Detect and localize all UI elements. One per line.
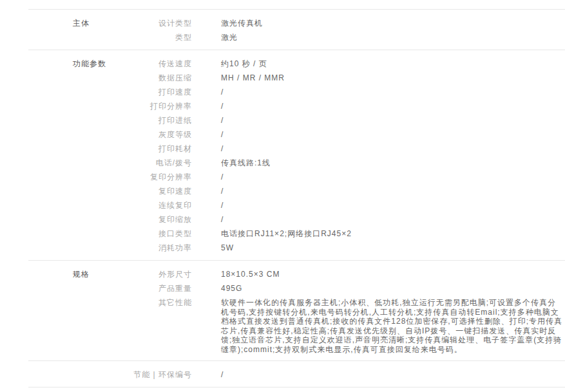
spec-row: 接口类型电话接口RJ11×2;网络接口RJ45×2	[125, 227, 565, 241]
spec-section: 规格外形尺寸18×10.5×3 CM产品重量495G其它性能软硬件一体化的传真服…	[28, 260, 565, 360]
spec-row: 类型激光	[125, 30, 565, 44]
spec-label: 打印耗材	[125, 142, 192, 156]
spec-label: 接口类型	[125, 227, 192, 241]
spec-row: 复印缩放/	[125, 212, 565, 227]
spec-table: 主体设计类型激光传真机类型激光功能参数传送速度约10 秒 / 页数据压缩MH /…	[28, 9, 565, 392]
spec-rows: 传送速度约10 秒 / 页数据压缩MH / MR / MMR打印速度/打印分辨率…	[125, 57, 565, 255]
spec-row: 外形尺寸18×10.5×3 CM	[125, 267, 565, 281]
spec-row: 打印速度/	[125, 85, 565, 99]
spec-row: 产品重量495G	[125, 281, 565, 295]
spec-value: 软硬件一体化的传真服务器主机;小体积、低功耗,独立运行无需另配电脑;可设置多个传…	[221, 295, 563, 355]
spec-row: 节能 | 环保编号/	[125, 368, 565, 382]
spec-row: 设计类型激光传真机	[125, 16, 565, 30]
spec-row: 打印分辨率/	[125, 99, 565, 113]
spec-label: 灰度等级	[125, 127, 192, 142]
spec-label: 其它性能	[125, 295, 192, 355]
spec-label: 打印速度	[125, 85, 192, 99]
spec-row: 连续复印/	[125, 198, 565, 212]
category-label	[28, 368, 125, 382]
spec-label: 消耗功率	[125, 241, 192, 255]
spec-section: 其它其它无纸传真,电脑传真	[28, 387, 565, 392]
spec-row: 数据压缩MH / MR / MMR	[125, 71, 565, 85]
spec-label: 打印进纸	[125, 113, 192, 127]
spec-value: /	[221, 113, 563, 127]
spec-value: /	[221, 198, 563, 212]
spec-value: 18×10.5×3 CM	[221, 267, 563, 281]
spec-value: 5W	[221, 241, 563, 255]
spec-row: 复印分辨率/	[125, 170, 565, 184]
spec-value: /	[221, 85, 563, 99]
spec-label: 传送速度	[125, 57, 192, 71]
category-label: 功能参数	[28, 57, 125, 255]
spec-label: 类型	[125, 30, 192, 44]
category-label: 主体	[28, 16, 125, 44]
spec-value: 电话接口RJ11×2;网络接口RJ45×2	[221, 227, 563, 241]
spec-row: 消耗功率5W	[125, 241, 565, 255]
spec-row: 打印耗材/	[125, 142, 565, 156]
spec-rows: 外形尺寸18×10.5×3 CM产品重量495G其它性能软硬件一体化的传真服务器…	[125, 267, 565, 355]
spec-row: 电话/拨号传真线路:1线	[125, 156, 565, 170]
spec-section: 功能参数传送速度约10 秒 / 页数据压缩MH / MR / MMR打印速度/打…	[28, 50, 565, 260]
spec-value: /	[221, 99, 563, 113]
spec-value: 495G	[221, 281, 563, 295]
spec-value: /	[221, 184, 563, 198]
spec-rows: 节能 | 环保编号/	[125, 368, 565, 382]
spec-row: 灰度等级/	[125, 127, 565, 142]
spec-label: 节能 | 环保编号	[125, 368, 192, 382]
spec-label: 数据压缩	[125, 71, 192, 85]
spec-row: 复印速度/	[125, 184, 565, 198]
spec-row: 打印进纸/	[125, 113, 565, 127]
spec-value: MH / MR / MMR	[221, 71, 563, 85]
spec-value: /	[221, 142, 563, 156]
spec-value: 激光传真机	[221, 16, 563, 30]
spec-label: 外形尺寸	[125, 267, 192, 281]
spec-label: 产品重量	[125, 281, 192, 295]
spec-section: 主体设计类型激光传真机类型激光	[28, 9, 565, 50]
spec-label: 连续复印	[125, 198, 192, 212]
spec-value: /	[221, 127, 563, 142]
spec-label: 设计类型	[125, 16, 192, 30]
spec-row: 传送速度约10 秒 / 页	[125, 57, 565, 71]
spec-value: 约10 秒 / 页	[221, 57, 563, 71]
spec-row: 其它性能软硬件一体化的传真服务器主机;小体积、低功耗,独立运行无需另配电脑;可设…	[125, 295, 565, 355]
category-label: 规格	[28, 267, 125, 355]
spec-rows: 设计类型激光传真机类型激光	[125, 16, 565, 44]
spec-label: 电话/拨号	[125, 156, 192, 170]
spec-value: /	[221, 170, 563, 184]
spec-label: 复印速度	[125, 184, 192, 198]
spec-label: 复印缩放	[125, 212, 192, 227]
spec-label: 复印分辨率	[125, 170, 192, 184]
spec-label: 打印分辨率	[125, 99, 192, 113]
spec-value: 激光	[221, 30, 563, 44]
spec-value: /	[221, 212, 563, 227]
spec-value: 传真线路:1线	[221, 156, 563, 170]
spec-value: /	[221, 368, 563, 382]
spec-section: 节能 | 环保编号/	[28, 360, 565, 387]
